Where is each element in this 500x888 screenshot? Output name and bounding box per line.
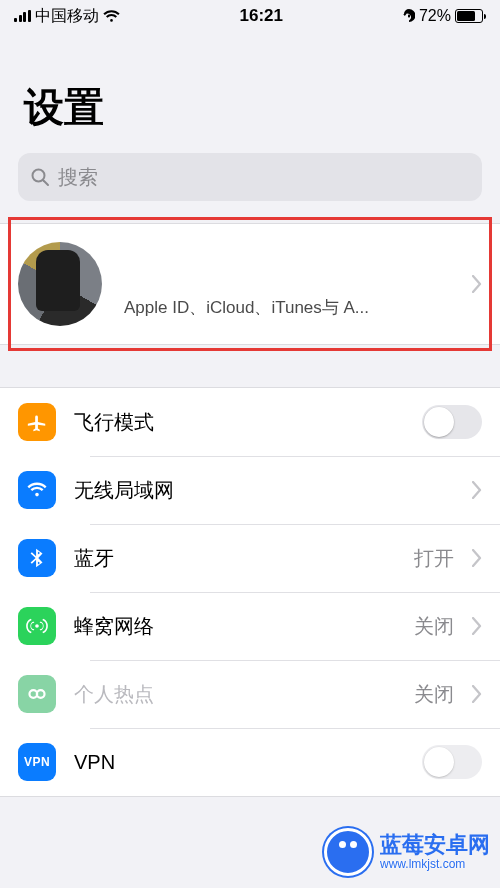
svg-point-1 — [33, 170, 45, 182]
row-hotspot[interactable]: 个人热点 关闭 — [0, 660, 500, 728]
row-label: 蜂窝网络 — [56, 613, 414, 640]
battery-percent: 72% — [419, 7, 451, 25]
orientation-lock-icon — [403, 9, 415, 23]
watermark-url: www.lmkjst.com — [380, 858, 490, 871]
vpn-toggle[interactable] — [422, 745, 482, 779]
row-label: 个人热点 — [56, 681, 414, 708]
search-icon — [30, 167, 50, 187]
row-airplane-mode[interactable]: 飞行模式 — [0, 388, 500, 456]
row-bluetooth[interactable]: 蓝牙 打开 — [0, 524, 500, 592]
settings-group-network: 飞行模式 无线局域网 蓝牙 打开 蜂窝网络 关闭 个人热点 关闭 — [0, 387, 500, 797]
vpn-icon: VPN — [18, 743, 56, 781]
appleid-group: Apple ID、iCloud、iTunes与 A... — [0, 223, 500, 345]
cellular-icon — [18, 607, 56, 645]
wifi-icon — [103, 10, 120, 23]
search-field[interactable] — [18, 153, 482, 201]
airplane-toggle[interactable] — [422, 405, 482, 439]
battery-icon — [455, 9, 486, 23]
row-cellular[interactable]: 蜂窝网络 关闭 — [0, 592, 500, 660]
row-label: 蓝牙 — [56, 545, 414, 572]
carrier-label: 中国移动 — [35, 6, 99, 27]
row-wifi[interactable]: 无线局域网 — [0, 456, 500, 524]
avatar — [18, 242, 102, 326]
watermark-logo-icon — [324, 828, 372, 876]
row-value: 打开 — [414, 545, 454, 572]
chevron-right-icon — [472, 275, 482, 293]
svg-rect-0 — [408, 15, 410, 18]
row-label: VPN — [56, 751, 422, 774]
chevron-right-icon — [472, 481, 482, 499]
row-label: 无线局域网 — [56, 477, 454, 504]
chevron-right-icon — [472, 617, 482, 635]
status-left: 中国移动 — [14, 6, 120, 27]
status-right: 72% — [403, 7, 486, 25]
page-title: 设置 — [0, 32, 500, 153]
row-value: 关闭 — [414, 613, 454, 640]
airplane-icon — [18, 403, 56, 441]
hotspot-icon — [18, 675, 56, 713]
chevron-right-icon — [472, 549, 482, 567]
appleid-subtitle: Apple ID、iCloud、iTunes与 A... — [102, 250, 464, 319]
chevron-right-icon — [472, 685, 482, 703]
cellular-signal-icon — [14, 10, 31, 22]
status-bar: 中国移动 16:21 72% — [0, 0, 500, 32]
row-label: 飞行模式 — [56, 409, 422, 436]
bluetooth-icon — [18, 539, 56, 577]
search-input[interactable] — [58, 166, 470, 189]
watermark-title: 蓝莓安卓网 — [380, 833, 490, 857]
row-value: 关闭 — [414, 681, 454, 708]
clock: 16:21 — [239, 6, 282, 26]
watermark: 蓝莓安卓网 www.lmkjst.com — [324, 828, 490, 876]
wifi-tile-icon — [18, 471, 56, 509]
row-vpn[interactable]: VPN VPN — [0, 728, 500, 796]
svg-line-2 — [44, 181, 49, 186]
appleid-cell[interactable]: Apple ID、iCloud、iTunes与 A... — [0, 224, 500, 344]
